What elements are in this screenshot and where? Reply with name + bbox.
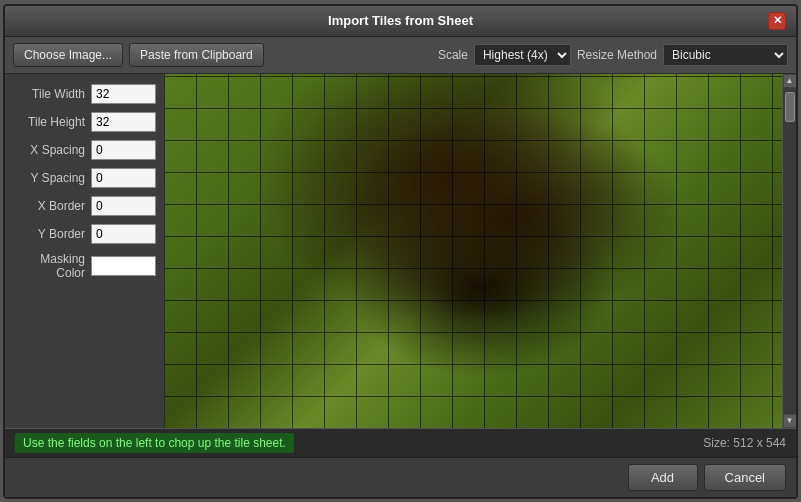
x-border-row: X Border xyxy=(13,194,156,218)
masking-color-label: Masking Color xyxy=(13,252,91,280)
scale-select[interactable]: None (1x) Low (2x) Medium (3x) Highest (… xyxy=(474,44,571,66)
status-hint: Use the fields on the left to chop up th… xyxy=(15,433,294,453)
resize-select[interactable]: Nearest Neighbor Bilinear Bicubic xyxy=(663,44,788,66)
paste-clipboard-button[interactable]: Paste from Clipboard xyxy=(129,43,264,67)
scroll-track[interactable] xyxy=(784,88,796,414)
scroll-thumb[interactable] xyxy=(785,92,795,122)
resize-group: Resize Method Nearest Neighbor Bilinear … xyxy=(577,44,788,66)
masking-color-swatch[interactable] xyxy=(91,256,156,276)
y-border-label: Y Border xyxy=(13,227,91,241)
scroll-up-arrow[interactable]: ▲ xyxy=(783,74,797,88)
y-border-input[interactable] xyxy=(91,224,156,244)
title-bar: Import Tiles from Sheet ✕ xyxy=(5,6,796,37)
tile-canvas xyxy=(165,74,796,428)
x-border-label: X Border xyxy=(13,199,91,213)
cancel-button[interactable]: Cancel xyxy=(704,464,786,491)
bottom-bar: Add Cancel xyxy=(5,457,796,497)
status-size: Size: 512 x 544 xyxy=(703,436,786,450)
y-spacing-row: Y Spacing xyxy=(13,166,156,190)
close-button[interactable]: ✕ xyxy=(768,12,786,30)
x-spacing-row: X Spacing xyxy=(13,138,156,162)
left-panel: Tile Width Tile Height X Spacing Y Spaci… xyxy=(5,74,165,428)
masking-color-row: Masking Color xyxy=(13,250,156,282)
y-border-row: Y Border xyxy=(13,222,156,246)
choose-image-button[interactable]: Choose Image... xyxy=(13,43,123,67)
y-spacing-label: Y Spacing xyxy=(13,171,91,185)
tile-height-row: Tile Height xyxy=(13,110,156,134)
status-bar: Use the fields on the left to chop up th… xyxy=(5,428,796,457)
tile-width-input[interactable] xyxy=(91,84,156,104)
resize-label: Resize Method xyxy=(577,48,657,62)
main-area: Tile Width Tile Height X Spacing Y Spaci… xyxy=(5,74,796,428)
right-panel: ▲ ▼ xyxy=(165,74,796,428)
tile-height-input[interactable] xyxy=(91,112,156,132)
x-border-input[interactable] xyxy=(91,196,156,216)
vertical-scrollbar[interactable]: ▲ ▼ xyxy=(782,74,796,428)
scale-label: Scale xyxy=(438,48,468,62)
add-button[interactable]: Add xyxy=(628,464,698,491)
y-spacing-input[interactable] xyxy=(91,168,156,188)
toolbar: Choose Image... Paste from Clipboard Sca… xyxy=(5,37,796,74)
x-spacing-input[interactable] xyxy=(91,140,156,160)
tile-width-row: Tile Width xyxy=(13,82,156,106)
x-spacing-label: X Spacing xyxy=(13,143,91,157)
dialog-title: Import Tiles from Sheet xyxy=(33,13,768,28)
import-tiles-dialog: Import Tiles from Sheet ✕ Choose Image..… xyxy=(3,4,798,499)
scale-group: Scale None (1x) Low (2x) Medium (3x) Hig… xyxy=(438,44,571,66)
scroll-down-arrow[interactable]: ▼ xyxy=(783,414,797,428)
tile-width-label: Tile Width xyxy=(13,87,91,101)
tile-height-label: Tile Height xyxy=(13,115,91,129)
